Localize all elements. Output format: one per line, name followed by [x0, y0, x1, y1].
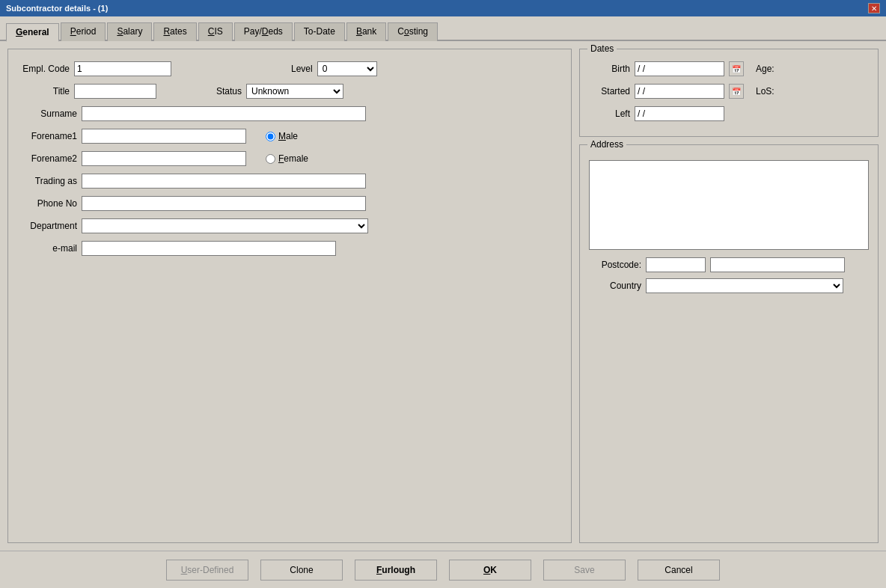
los-label: LoS:	[756, 86, 775, 97]
right-panel: Dates Birth 📅 Age: Started 📅 LoS:	[579, 49, 879, 543]
email-input[interactable]	[82, 241, 336, 256]
dates-group: Dates Birth 📅 Age: Started 📅 LoS:	[579, 49, 879, 137]
birth-calendar-button[interactable]: 📅	[729, 61, 744, 76]
postcode-label: Postcode:	[589, 260, 641, 270]
tab-to-date[interactable]: To-Date	[294, 22, 345, 41]
department-select[interactable]	[82, 218, 368, 233]
bottom-bar: User-Defined Clone Furlough OK Save Canc…	[0, 551, 886, 588]
empl-code-label: Empl. Code	[17, 64, 70, 74]
ok-button[interactable]: OK	[449, 560, 531, 581]
main-window: General Period Salary Rates CIS Pay/Deds…	[0, 16, 886, 588]
tab-costing[interactable]: Costing	[388, 22, 438, 41]
forename2-label: Forename2	[17, 153, 77, 164]
clone-button[interactable]: Clone	[260, 560, 343, 581]
forename2-input[interactable]	[82, 151, 246, 166]
title-bar: Subcontractor details - (1) ✕	[0, 0, 886, 16]
tab-bar: General Period Salary Rates CIS Pay/Deds…	[0, 16, 886, 41]
surname-input[interactable]	[82, 106, 366, 121]
birth-input[interactable]	[635, 61, 724, 76]
trading-as-input[interactable]	[82, 174, 366, 189]
postcode-input[interactable]	[646, 257, 706, 272]
left-input[interactable]	[635, 106, 724, 121]
forename1-input[interactable]	[82, 129, 246, 144]
birth-label: Birth	[589, 64, 630, 74]
started-calendar-button[interactable]: 📅	[729, 84, 744, 99]
address-group-title: Address	[587, 139, 626, 150]
country-label: Country	[589, 281, 641, 291]
address-group: Address Postcode: Country	[579, 144, 879, 543]
department-label: Department	[17, 221, 77, 231]
tab-salary[interactable]: Salary	[107, 22, 152, 41]
tab-period[interactable]: Period	[61, 22, 106, 41]
status-label: Status	[216, 86, 242, 97]
close-button[interactable]: ✕	[868, 3, 880, 13]
address-textarea[interactable]	[589, 160, 869, 250]
male-label[interactable]: Male	[278, 131, 298, 141]
phone-label: Phone No	[17, 198, 77, 209]
left-panel: Empl. Code Level 0 Title Status	[7, 49, 572, 543]
save-button[interactable]: Save	[543, 560, 626, 581]
female-label[interactable]: Female	[278, 153, 308, 164]
tab-cis[interactable]: CIS	[198, 22, 233, 41]
female-radio[interactable]	[266, 154, 275, 164]
title-input[interactable]	[74, 84, 156, 99]
phone-input[interactable]	[82, 196, 366, 211]
content-area: Empl. Code Level 0 Title Status	[0, 41, 886, 551]
age-label: Age:	[756, 64, 775, 74]
dates-group-title: Dates	[587, 43, 617, 54]
tab-pay-deds[interactable]: Pay/Deds	[234, 22, 293, 41]
window-title: Subcontractor details - (1)	[6, 4, 108, 13]
country-select[interactable]	[646, 278, 843, 293]
title-label: Title	[17, 86, 70, 97]
tab-bank[interactable]: Bank	[346, 22, 386, 41]
started-input[interactable]	[635, 84, 724, 99]
male-radio[interactable]	[266, 132, 275, 141]
empl-code-input[interactable]	[74, 61, 171, 76]
tab-rates[interactable]: Rates	[153, 22, 196, 41]
furlough-button[interactable]: Furlough	[355, 560, 437, 581]
level-label: Level	[291, 64, 313, 74]
surname-label: Surname	[17, 108, 77, 119]
forename1-label: Forename1	[17, 131, 77, 141]
trading-as-label: Trading as	[17, 176, 77, 186]
email-label: e-mail	[17, 243, 77, 254]
user-defined-button[interactable]: User-Defined	[166, 560, 248, 581]
started-label: Started	[589, 86, 630, 97]
cancel-button[interactable]: Cancel	[638, 560, 720, 581]
left-label: Left	[589, 108, 630, 119]
tab-general[interactable]: General	[6, 23, 59, 42]
postcode-ext-input[interactable]	[710, 257, 845, 272]
status-select[interactable]: Unknown Active Inactive	[246, 84, 343, 99]
level-select[interactable]: 0	[317, 61, 377, 76]
